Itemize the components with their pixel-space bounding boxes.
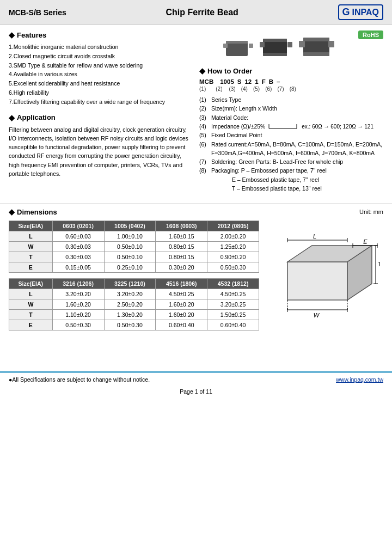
diamond-icon: ◆ [9, 113, 15, 122]
svg-rect-7 [263, 39, 287, 42]
footer-note: ●All Specifications are subject to chang… [9, 376, 150, 383]
table-row: E 0.15±0.05 0.25±0.10 0.30±0.20 0.50±0.3… [9, 262, 259, 273]
logo: G INPAQ [338, 4, 384, 20]
svg-rect-12 [303, 38, 329, 41]
order-notes: (1) Series Type (2) Size(mm): Length x W… [199, 95, 383, 193]
component-images [199, 34, 358, 61]
dimension-diagram-svg: L E T W [271, 229, 380, 327]
svg-rect-2 [249, 44, 253, 48]
logo-area: G INPAQ [338, 4, 384, 20]
list-item: 5.Excellent solderability and heat resis… [9, 79, 188, 88]
table-row: T 1.10±0.20 1.30±0.20 1.60±0.20 1.50±0.2… [9, 310, 259, 320]
col-header-2012: 2012 (0805) [207, 221, 259, 231]
order-code-dash: – [277, 78, 280, 85]
col-header-3225: 3225 (1210) [104, 279, 156, 289]
dimensions-title: ◆ Dimensions [9, 207, 57, 216]
svg-rect-8 [263, 53, 287, 56]
dimensions-table-1: Size(EIA) 0603 (0201) 1005 (0402) 1608 (… [9, 221, 259, 273]
chip-image-3 [299, 34, 334, 61]
note-7: (7) Soldering: Green Parts: B- Lead-Free… [199, 157, 383, 166]
footer-website: www.inpaq.com.tw [336, 376, 383, 383]
list-item: 6.High reliability [9, 88, 188, 97]
page-number: Page 1 of 11 [0, 386, 392, 399]
features-title: ◆ Features [9, 30, 188, 39]
dimensions-table-2: Size(EIA) 3216 (1206) 3225 (1210) 4516 (… [9, 278, 259, 330]
order-code-b: B [269, 78, 273, 85]
col-header-size: Size(EIA) [9, 221, 53, 231]
svg-text:W: W [314, 312, 320, 319]
logo-text: INPAQ [352, 8, 379, 17]
svg-rect-11 [328, 41, 334, 47]
note-2: (2) Size(mm): Length x Width [199, 104, 383, 113]
dim-tables-left: Size(EIA) 0603 (0201) 1005 (0402) 1608 (… [9, 221, 259, 336]
list-item: 3.SMD Type & suitable for reflow and wav… [9, 61, 188, 70]
chip-image-1 [223, 35, 253, 60]
col-header-3216: 3216 (1206) [52, 279, 104, 289]
svg-rect-3 [226, 41, 248, 44]
col-header-size2: Size(EIA) [9, 279, 53, 289]
svg-rect-1 [223, 44, 228, 48]
note-4: (4) Impedance (Ω)/±25% ex.: 60Ω → 600; 1… [199, 122, 383, 131]
note-8: (8) Packaging: P – Embossed paper tape, … [199, 166, 383, 193]
svg-text:L: L [313, 233, 316, 240]
product-title: Chip Ferrite Bead [66, 8, 338, 17]
list-item: 1.Monolithic inorganic material construc… [9, 42, 188, 52]
rohs-badge: RoHS [358, 30, 383, 39]
order-code-mcb: MCB [199, 78, 213, 85]
order-code-s: S [237, 78, 242, 85]
features-list: 1.Monolithic inorganic material construc… [9, 42, 188, 107]
note-3: (3) Material Code: [199, 113, 383, 122]
order-nums-row: (1) (2) (3) (4) (5) (6) (7) (8) [199, 86, 383, 92]
col-header-4516: 4516 (1806) [156, 279, 207, 289]
svg-rect-10 [299, 41, 305, 47]
order-code-1005: 1005 [220, 78, 234, 85]
table-row: W 0.30±0.03 0.50±0.10 0.80±0.15 1.25±0.2… [9, 242, 259, 252]
application-title: ◆ Application [9, 113, 188, 122]
col-header-0603: 0603 (0201) [52, 221, 104, 231]
dimensions-section: ◆ Dimensions Unit: mm Size(EIA) 0603 (02… [0, 204, 392, 338]
note-1: (1) Series Type [199, 95, 383, 104]
bracket-icon [268, 123, 298, 131]
svg-rect-13 [303, 52, 329, 56]
table-row: L 3.20±0.20 3.20±0.20 4.50±0.25 4.50±0.2… [9, 289, 259, 299]
diamond-icon: ◆ [199, 66, 205, 75]
table-row: L 0.60±0.03 1.00±0.10 1.60±0.15 2.00±0.2… [9, 231, 259, 242]
svg-text:T: T [378, 261, 380, 267]
svg-rect-6 [287, 42, 292, 47]
left-column: ◆ Features 1.Monolithic inorganic materi… [9, 30, 194, 193]
list-item: 4.Available in various sizes [9, 70, 188, 79]
dim-tables-area: Size(EIA) 0603 (0201) 1005 (0402) 1608 (… [9, 218, 383, 338]
how-to-order-title: ◆ How to Order [199, 66, 383, 75]
table-row: T 0.30±0.03 0.50±0.10 0.80±0.15 0.90±0.2… [9, 252, 259, 262]
diamond-icon: ◆ [9, 207, 15, 216]
right-column: RoHS [194, 30, 383, 193]
how-to-order-section: ◆ How to Order MCB 1005 S 12 1 F B – (1)… [199, 66, 383, 193]
table-row: W 1.60±0.20 2.50±0.20 1.60±0.20 3.20±0.2… [9, 299, 259, 310]
col-header-1005: 1005 (0402) [104, 221, 156, 231]
dimensions-header: ◆ Dimensions Unit: mm [9, 204, 383, 218]
diamond-icon: ◆ [9, 30, 15, 39]
col-header-4532: 4532 (1812) [207, 279, 259, 289]
chip-image-2 [260, 34, 292, 60]
svg-text:E: E [363, 238, 367, 245]
note-5: (5) Fixed Decimal Point [199, 131, 383, 139]
series-title: MCB-S/B Series [9, 8, 66, 17]
svg-rect-5 [260, 42, 265, 47]
order-code-12: 12 [244, 78, 252, 85]
order-code-1: 1 [255, 78, 258, 85]
unit-label: Unit: mm [359, 209, 383, 215]
footer-content: ●All Specifications are subject to chang… [0, 373, 392, 386]
svg-rect-14 [287, 262, 347, 300]
header: MCB-S/B Series Chip Ferrite Bead G INPAQ [0, 0, 392, 25]
list-item: 2.Closed magnetic circuit avoids crossta… [9, 52, 188, 61]
order-code-f: F [262, 78, 266, 85]
logo-g-icon: G [342, 7, 350, 18]
note-6: (6) Rated current:A=50mA, B=80mA, C=100m… [199, 140, 383, 158]
order-code-row: MCB 1005 S 12 1 F B – [199, 78, 383, 85]
table-row: E 0.50±0.30 0.50±0.30 0.60±0.40 0.60±0.4… [9, 320, 259, 330]
application-text: Filtering between analog and digital cir… [9, 125, 188, 179]
dimension-diagram: L E T W [268, 221, 383, 336]
col-header-1608: 1608 (0603) [156, 221, 207, 231]
list-item: 7.Effectively filtering capability over … [9, 97, 188, 107]
main-content: ◆ Features 1.Monolithic inorganic materi… [0, 25, 392, 198]
